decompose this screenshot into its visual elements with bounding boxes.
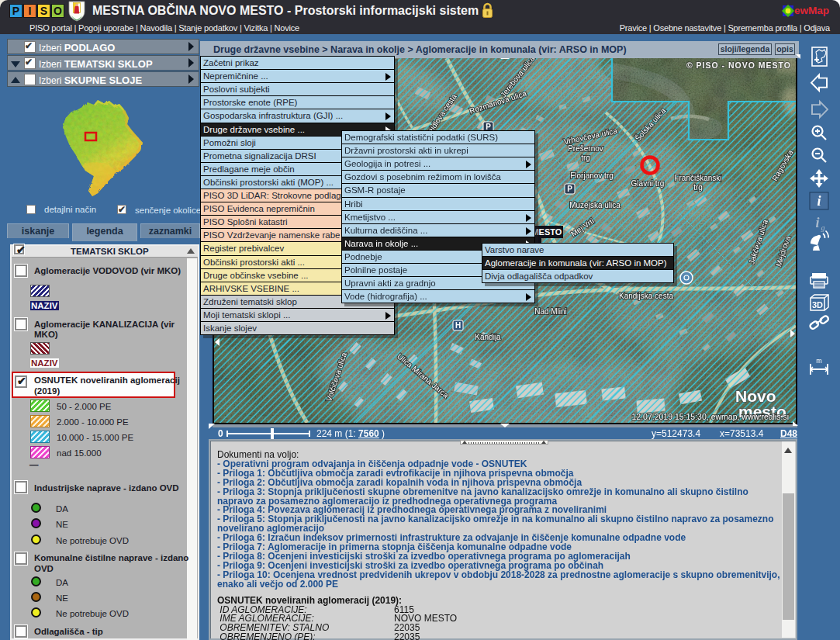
svg-text:Kandijska cesta: Kandijska cesta xyxy=(619,292,673,300)
svg-text:12.07.2019 15:15:30, ewmap, ww: 12.07.2019 15:15:30, ewmap, www.realis.s… xyxy=(631,412,789,421)
svg-text:Frančiškanski: Frančiškanski xyxy=(674,174,721,182)
svg-text:Prešernov: Prešernov xyxy=(568,144,603,153)
svg-text:3D: 3D xyxy=(812,300,823,310)
svg-text:Florjanov trg: Florjanov trg xyxy=(570,171,614,180)
svg-text:Nad Mlini: Nad Mlini xyxy=(534,307,567,316)
svg-text:Kandija: Kandija xyxy=(475,333,501,341)
svg-text:g: g xyxy=(821,223,825,232)
svg-text:Glavni trg: Glavni trg xyxy=(631,179,665,188)
svg-text:H: H xyxy=(455,321,461,330)
svg-text:trg: trg xyxy=(581,154,590,162)
svg-text:m: m xyxy=(816,357,822,365)
svg-text:© PISO - NOVO MESTO: © PISO - NOVO MESTO xyxy=(686,61,791,70)
svg-text:i: i xyxy=(815,215,819,230)
svg-text:i: i xyxy=(817,193,821,209)
svg-text:trg: trg xyxy=(693,183,703,192)
svg-text:P: P xyxy=(567,185,572,193)
svg-text:Muzejska ulica: Muzejska ulica xyxy=(569,201,620,209)
